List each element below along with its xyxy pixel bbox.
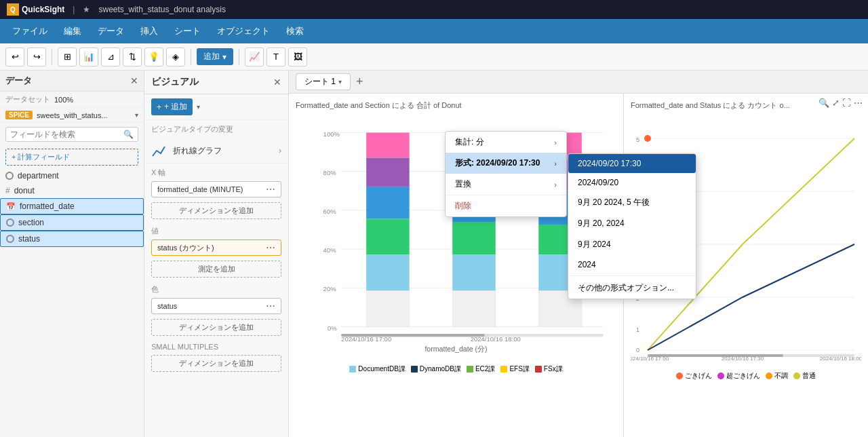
- visual-type-name: 折れ線グラフ: [173, 145, 222, 157]
- sort-icon-button[interactable]: ⇅: [123, 48, 142, 66]
- dsub-item-0[interactable]: 2024/09/20 17:30: [568, 154, 696, 173]
- add-measure-button[interactable]: 測定を追加: [151, 261, 281, 278]
- x-axis-field-text: formatted_date (MINUTE): [157, 185, 243, 193]
- dsub-item-7[interactable]: その他の形式オプション...: [568, 278, 696, 299]
- legend-label-efs: EFS課: [509, 364, 529, 374]
- more-icon[interactable]: ⋯: [854, 98, 863, 108]
- circle-icon-2: [6, 218, 14, 227]
- menu-file[interactable]: ファイル: [5, 22, 54, 40]
- value-field-menu-icon[interactable]: ⋯: [266, 242, 275, 253]
- menu-insert[interactable]: 挿入: [134, 22, 165, 40]
- add-dimension-3-button[interactable]: ディメンションを追加: [151, 355, 281, 372]
- legend-ec2: EC2課: [467, 364, 495, 374]
- ctx-replace[interactable]: 置換 ›: [446, 174, 566, 195]
- legend-label-documentdb: DocumentDB課: [358, 364, 405, 374]
- legend-dot-fucho: [766, 373, 772, 379]
- dsub-label-3: 9月 20, 2024: [578, 218, 625, 228]
- menu-search[interactable]: 検索: [279, 22, 311, 40]
- add-visual-label: + 追加: [164, 101, 187, 113]
- menu-sheet[interactable]: シート: [167, 22, 208, 40]
- dataset-name-row[interactable]: SPICE sweets_with_status... ▾: [0, 108, 144, 123]
- field-formatted-date[interactable]: 📅 formatted_date: [0, 198, 144, 214]
- visual-panel-close-icon[interactable]: ✕: [273, 77, 281, 88]
- ctx-format[interactable]: 形式: 2024/09/20 17:30 ›: [446, 153, 566, 174]
- dsub-item-3[interactable]: 9月 20, 2024: [568, 213, 696, 234]
- legend-gokigen: ごきげん: [676, 371, 712, 381]
- chart-icon-button[interactable]: 📊: [79, 48, 98, 66]
- color-label: 色: [144, 280, 288, 296]
- redo-button[interactable]: ↪: [27, 48, 46, 66]
- magnify-icon[interactable]: 🔍: [818, 98, 829, 108]
- expand-icon[interactable]: ⤢: [832, 98, 840, 108]
- svg-rect-21: [452, 223, 496, 255]
- ctx-delete[interactable]: 削除: [446, 195, 566, 216]
- calc-field-label: + 計算フィールド: [12, 152, 70, 162]
- visual-type-row[interactable]: 折れ線グラフ ›: [144, 138, 288, 164]
- ctx-aggregate-label: 集計: 分: [455, 136, 484, 148]
- add-button[interactable]: 追加 ▾: [197, 48, 233, 65]
- menu-data[interactable]: データ: [91, 22, 131, 40]
- bulb-icon-button[interactable]: 💡: [144, 48, 163, 66]
- color-field-pill[interactable]: status ⋯: [151, 298, 281, 314]
- add-icon: +: [157, 102, 161, 112]
- undo-button[interactable]: ↩: [5, 48, 24, 66]
- menu-bar: ファイル 編集 データ 挿入 シート オブジェクト 検索: [0, 19, 868, 43]
- left-chart-title: Formatted_date and Section による 合計 of Don…: [296, 100, 616, 111]
- field-status[interactable]: status: [0, 231, 144, 247]
- add-dropdown-icon: ▾: [222, 52, 226, 62]
- tab-star-icon: ★: [83, 5, 90, 14]
- text-icon-button[interactable]: T: [267, 48, 285, 66]
- app-name: QuickSight: [22, 5, 64, 14]
- dsub-item-4[interactable]: 9月 2024: [568, 234, 696, 255]
- dsub-label-4: 9月 2024: [578, 240, 611, 249]
- left-chart-legend: DocumentDB課 DynamoDB課 EC2課 EFS課: [296, 364, 616, 374]
- dsub-item-1[interactable]: 2024/09/20: [568, 173, 696, 192]
- visual-icon-button[interactable]: ◈: [166, 48, 185, 66]
- data-panel-close-icon[interactable]: ✕: [130, 75, 138, 86]
- title-bar: Q QuickSight | ★ sweets_with_status_donu…: [0, 0, 868, 19]
- dsub-divider: [568, 276, 696, 276]
- image-icon-button[interactable]: 🖼: [288, 48, 307, 66]
- search-box[interactable]: 🔍: [5, 127, 138, 142]
- add-dimension-2-button[interactable]: ディメンションを追加: [151, 319, 281, 336]
- x-axis-field-pill[interactable]: formatted_date (MINUTE) ⋯: [151, 181, 281, 197]
- legend-dynamodb: DynamoDB課: [411, 364, 461, 374]
- search-input[interactable]: [10, 130, 123, 139]
- sheet-tab-1[interactable]: シート 1 ▾: [296, 73, 351, 90]
- calendar-icon: 📅: [6, 202, 16, 211]
- x-axis-label: X 軸: [144, 164, 288, 179]
- add-sheet-button[interactable]: +: [356, 75, 363, 89]
- toolbar: ↩ ↪ ⊞ 📊 ⊿ ⇅ 💡 ◈ 追加 ▾ 📈 T 🖼: [0, 43, 868, 71]
- sheet-tab-1-label: シート 1: [304, 76, 336, 88]
- field-department[interactable]: department: [0, 168, 144, 183]
- value-label: 値: [144, 222, 288, 238]
- small-multiples-label: SMALL MULTIPLES: [144, 339, 288, 352]
- field-section[interactable]: section: [0, 214, 144, 231]
- legend-futsu: 普通: [793, 371, 816, 381]
- calc-field-button[interactable]: + 計算フィールド: [5, 149, 138, 166]
- svg-rect-22: [452, 254, 496, 290]
- menu-object[interactable]: オブジェクト: [210, 22, 277, 40]
- field-name-status: status: [18, 234, 40, 244]
- fullscreen-icon[interactable]: ⛶: [842, 98, 851, 108]
- filter-icon-button[interactable]: ⊿: [101, 48, 120, 66]
- field-name-department: department: [18, 171, 59, 180]
- add-visual-button[interactable]: + + 追加: [151, 98, 193, 115]
- line-chart-icon-button[interactable]: 📈: [245, 48, 264, 66]
- color-field-menu-icon[interactable]: ⋯: [266, 301, 275, 311]
- add-dropdown-arrow[interactable]: ▾: [197, 103, 200, 111]
- menu-edit[interactable]: 編集: [57, 22, 88, 40]
- value-field-pill[interactable]: status (カウント) ⋯: [151, 240, 281, 256]
- ctx-aggregate[interactable]: 集計: 分 ›: [446, 132, 566, 153]
- x-axis-field-menu-icon[interactable]: ⋯: [266, 184, 275, 195]
- add-dimension-1-button[interactable]: ディメンションを追加: [151, 202, 281, 219]
- field-donut[interactable]: # donut: [0, 183, 144, 198]
- search-icon: 🔍: [123, 130, 134, 139]
- dsub-item-5[interactable]: 2024: [568, 255, 696, 274]
- sheet-tab-arrow-icon[interactable]: ▾: [338, 78, 342, 86]
- tab-title: sweets_with_status_donut analysis: [98, 5, 225, 14]
- table-icon-button[interactable]: ⊞: [58, 48, 77, 66]
- add-label: 追加: [203, 51, 220, 62]
- dsub-item-2[interactable]: 9月 20 2024, 5 午後: [568, 192, 696, 213]
- chart-area: シート 1 ▾ + Formatted_date and Section による…: [289, 71, 868, 437]
